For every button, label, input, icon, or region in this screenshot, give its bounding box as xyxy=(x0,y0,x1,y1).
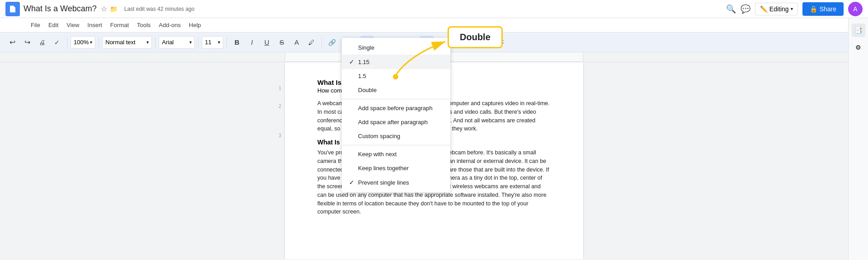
dropdown-item-keep-with-next[interactable]: Keep with next xyxy=(342,147,450,161)
strikethrough-button[interactable]: S xyxy=(275,36,288,49)
insert-link-button[interactable]: 🔗 xyxy=(325,36,339,49)
font-size-select[interactable]: 11 ▾ xyxy=(202,36,223,49)
undo-button[interactable]: ↩ xyxy=(5,36,19,49)
text-color-button[interactable]: A xyxy=(290,36,303,49)
toolbar-separator xyxy=(155,37,156,48)
redo-button[interactable]: ↪ xyxy=(20,36,34,49)
toolbar-separator xyxy=(226,37,227,48)
app-icon xyxy=(5,2,20,16)
doc-title[interactable]: What Is a Webcam? xyxy=(24,4,97,14)
highlight-button[interactable]: 🖊 xyxy=(305,36,318,49)
folder-icon[interactable]: 📁 xyxy=(110,5,118,13)
dropdown-item-single[interactable]: Single xyxy=(342,41,450,55)
menu-item-help[interactable]: Help xyxy=(185,20,205,30)
font-select[interactable]: Arial ▾ xyxy=(159,36,195,49)
toolbar-separator xyxy=(67,37,67,48)
comment-icon[interactable]: 💬 xyxy=(741,4,750,14)
print-button[interactable]: 🖨 xyxy=(35,36,49,49)
chevron-down-icon: ▾ xyxy=(218,40,220,45)
right-panel-icon-1[interactable]: 📑 xyxy=(852,23,865,37)
dropdown-divider xyxy=(342,99,450,99)
chevron-down-icon: ▾ xyxy=(791,6,793,11)
check-icon: ✓ xyxy=(349,179,358,186)
search-icon[interactable]: 🔍 xyxy=(726,4,736,14)
toolbar-separator xyxy=(321,37,322,48)
bold-button[interactable]: B xyxy=(230,36,244,49)
dropdown-item-add-space-after[interactable]: Add space after paragraph xyxy=(342,115,450,129)
dropdown-item-double[interactable]: Double xyxy=(342,83,450,97)
style-select[interactable]: Normal text ▾ xyxy=(102,36,152,49)
underline-button[interactable]: U xyxy=(260,36,274,49)
pencil-icon: ✏️ xyxy=(760,5,768,13)
right-panel-icon-2[interactable]: ⚙ xyxy=(852,41,865,54)
menu-item-insert[interactable]: Insert xyxy=(84,20,106,30)
dropdown-item-115[interactable]: ✓ 1.15 xyxy=(342,55,450,69)
toolbar-separator xyxy=(99,37,99,48)
italic-button[interactable]: I xyxy=(245,36,259,49)
editing-button[interactable]: ✏️ Editing ▾ xyxy=(755,3,798,15)
chevron-down-icon: ▾ xyxy=(90,40,92,45)
star-icon[interactable]: ☆ xyxy=(101,5,107,13)
spellcheck-button[interactable]: ✓ xyxy=(50,36,64,49)
dropdown-item-prevent-single-lines[interactable]: ✓ Prevent single lines xyxy=(342,175,450,190)
chevron-down-icon: ▾ xyxy=(189,40,192,45)
check-icon: ✓ xyxy=(349,58,358,65)
dropdown-item-custom-spacing[interactable]: Custom spacing xyxy=(342,129,450,143)
menu-item-addons[interactable]: Add-ons xyxy=(155,20,184,30)
editing-label: Editing xyxy=(769,5,789,13)
chevron-down-icon: ▾ xyxy=(146,40,149,45)
menu-item-edit[interactable]: Edit xyxy=(45,20,62,30)
last-edit: Last edit was 42 minutes ago xyxy=(124,6,194,12)
dropdown-item-keep-lines-together[interactable]: Keep lines together xyxy=(342,161,450,175)
zoom-select[interactable]: 100% ▾ xyxy=(71,36,95,49)
right-panel: 📑 ⚙ xyxy=(848,18,868,260)
share-button[interactable]: 🔒 Share xyxy=(802,2,844,16)
menu-item-tools[interactable]: Tools xyxy=(133,20,154,30)
menu-bar: File Edit View Insert Format Tools Add-o… xyxy=(0,18,868,32)
menu-item-view[interactable]: View xyxy=(63,20,83,30)
line-spacing-dropdown: Single ✓ 1.15 1.5 Double Add space befor… xyxy=(342,38,450,192)
toolbar-separator xyxy=(198,37,198,48)
lock-icon: 🔒 xyxy=(810,5,817,13)
dropdown-divider xyxy=(342,145,450,145)
callout-box: Double xyxy=(448,26,503,48)
avatar[interactable]: A xyxy=(848,2,863,16)
dropdown-item-add-space-before[interactable]: Add space before paragraph xyxy=(342,101,450,115)
dropdown-item-15[interactable]: 1.5 xyxy=(342,69,450,83)
menu-item-format[interactable]: Format xyxy=(107,20,132,30)
menu-item-file[interactable]: File xyxy=(27,20,44,30)
